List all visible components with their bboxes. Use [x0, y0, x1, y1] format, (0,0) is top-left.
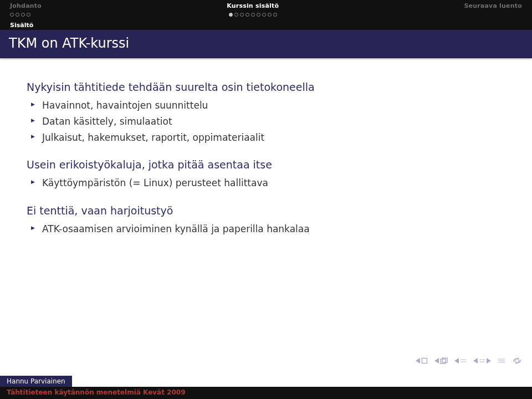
svg-marker-2 — [434, 358, 439, 364]
triangle-left-icon — [473, 358, 478, 364]
svg-rect-4 — [442, 358, 447, 362]
svg-marker-8 — [473, 358, 478, 364]
svg-rect-1 — [422, 359, 427, 364]
svg-marker-11 — [487, 358, 491, 364]
progress-dots-kurssin-sisalto — [229, 12, 277, 17]
triple-line-icon — [498, 358, 505, 364]
list-item: Datan käsittely, simulaatiot — [27, 115, 514, 128]
triangle-left-icon — [416, 358, 420, 364]
progress-dots-johdanto — [10, 12, 30, 17]
nav-section-johdanto[interactable]: Johdanto — [10, 2, 42, 17]
slide-title-band: TKM on ATK-kurssi — [0, 30, 532, 58]
lines-icon — [460, 358, 467, 364]
svg-marker-5 — [454, 358, 459, 364]
lines-icon — [479, 358, 485, 364]
triangle-right-icon — [487, 358, 491, 364]
subsection-label: Sisältö — [10, 22, 33, 29]
triangle-left-icon — [454, 358, 459, 364]
content-block-0: Nykyisin tähtitiede tehdään suurelta osi… — [27, 80, 514, 144]
nav-next-item-button[interactable] — [473, 358, 491, 364]
block-lead: Nykyisin tähtitiede tehdään suurelta osi… — [27, 80, 514, 95]
nav-prev-item-button[interactable] — [454, 358, 467, 364]
svg-marker-0 — [416, 358, 420, 364]
nav-label-kurssin-sisalto: Kurssin sisältö — [227, 2, 279, 10]
triangle-left-icon — [434, 358, 439, 364]
nav-label-seuraava-luento: Seuraava luento — [464, 2, 522, 10]
slide-footer: Hannu Parviainen Tähtitieteen käytännön … — [0, 376, 532, 399]
svg-rect-3 — [441, 359, 446, 364]
nav-section-kurssin-sisalto[interactable]: Kurssin sisältö — [42, 2, 464, 17]
slide-content: Nykyisin tähtitiede tehdään suurelta osi… — [0, 58, 532, 255]
block-list: Käyttöympäristön (= Linux) perusteet hal… — [27, 177, 514, 190]
loop-icon — [512, 357, 522, 365]
list-item: Julkaisut, hakemukset, raportit, oppimat… — [27, 131, 514, 144]
slide-nav-toolbar — [416, 357, 522, 365]
footer-course-title: Tähtitieteen käytännön menetelmiä Kevät … — [0, 387, 532, 399]
block-lead: Ei tenttiä, vaan harjoitustyö — [27, 204, 514, 218]
nav-label-johdanto: Johdanto — [10, 2, 42, 10]
block-list: ATK-osaamisen arvioiminen kynällä ja pap… — [27, 223, 514, 236]
content-block-1: Usein erikoistyökaluja, jotka pitää asen… — [27, 158, 514, 190]
header-subsection: Sisältö — [0, 19, 532, 30]
nav-replay-button[interactable] — [512, 357, 522, 365]
nav-prev-slide-button[interactable] — [416, 357, 428, 364]
stacked-frame-icon — [440, 357, 448, 364]
nav-prev-section-button[interactable] — [434, 357, 448, 364]
content-block-2: Ei tenttiä, vaan harjoitustyö ATK-osaami… — [27, 204, 514, 236]
slide-title: TKM on ATK-kurssi — [9, 35, 523, 51]
list-item: Havainnot, havaintojen suunnittelu — [27, 99, 514, 112]
nav-section-seuraava-luento[interactable]: Seuraava luento — [464, 2, 522, 17]
footer-author: Hannu Parviainen — [0, 376, 72, 387]
list-item: ATK-osaamisen arvioiminen kynällä ja pap… — [27, 223, 514, 236]
block-list: Havainnot, havaintojen suunnittelu Datan… — [27, 99, 514, 144]
list-item: Käyttöympäristön (= Linux) perusteet hal… — [27, 177, 514, 190]
nav-mode-button[interactable] — [498, 358, 505, 364]
block-lead: Usein erikoistyökaluja, jotka pitää asen… — [27, 158, 514, 172]
frame-icon — [421, 357, 428, 364]
progress-dots-seuraava-luento — [518, 12, 522, 17]
header-nav: Johdanto Kurssin sisältö Seuraava luento — [0, 0, 532, 19]
